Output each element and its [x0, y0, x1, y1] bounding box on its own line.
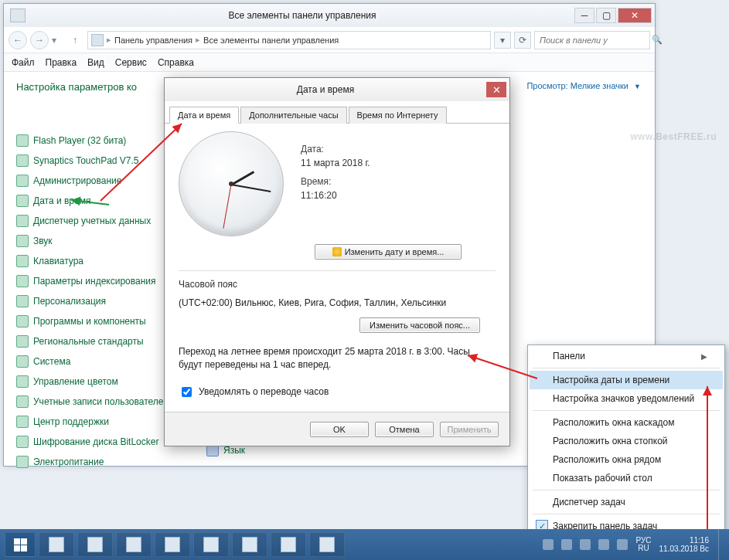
tray-icon[interactable] — [561, 539, 572, 550]
system-tray[interactable]: РУС RU 11:16 11.03.2018 Вс — [543, 536, 715, 554]
chevron-down-icon: ▼ — [634, 83, 641, 90]
view-selector[interactable]: Просмотр: Мелкие значки ▼ — [526, 81, 641, 90]
ctx-panels[interactable]: Панели ▶ — [530, 347, 723, 365]
up-button[interactable]: ↑ — [66, 31, 84, 49]
go-dropdown[interactable]: ▾ — [494, 32, 511, 49]
ctx-stack[interactable]: Расположить окна стопкой — [530, 432, 723, 450]
separator — [533, 490, 720, 490]
taskbar-item[interactable] — [193, 532, 229, 557]
forward-button[interactable]: → — [30, 31, 49, 49]
ctx-label: Показать рабочий стол — [553, 473, 652, 484]
notify-checkbox[interactable] — [182, 387, 192, 397]
taskbar-item[interactable] — [155, 532, 190, 557]
tray-overflow-icon[interactable] — [543, 539, 554, 550]
refresh-button[interactable]: ⟳ — [514, 32, 531, 49]
apply-button[interactable]: Применить — [440, 422, 499, 437]
dialog-body: Дата: 11 марта 2018 г. Время: 11:16:20 И… — [165, 124, 509, 412]
ctx-show-desktop[interactable]: Показать рабочий стол — [530, 469, 723, 487]
cancel-button[interactable]: Отмена — [375, 422, 434, 437]
change-date-time-button[interactable]: Изменить дату и время... — [315, 244, 462, 260]
search-input[interactable] — [538, 35, 649, 46]
menu-help[interactable]: Справка — [158, 57, 194, 68]
menu-tools[interactable]: Сервис — [115, 57, 147, 68]
breadcrumb[interactable]: ▸ Панель управления ▸ Все элементы панел… — [87, 31, 491, 49]
taskbar[interactable]: РУС RU 11:16 11.03.2018 Вс — [0, 529, 729, 560]
notify-label: Уведомлять о переводе часов — [199, 386, 329, 397]
submenu-arrow-icon: ▶ — [701, 352, 707, 361]
button-label: Изменить часовой пояс... — [370, 321, 470, 330]
start-button[interactable] — [5, 532, 36, 557]
menu-edit[interactable]: Правка — [46, 57, 77, 68]
close-button[interactable]: ✕ — [618, 8, 652, 23]
item-label: Параметры индексирования — [33, 276, 155, 287]
applet-icon — [16, 295, 29, 307]
applet-icon — [16, 456, 29, 468]
search-box[interactable]: 🔍 — [534, 31, 650, 49]
menu-view[interactable]: Вид — [87, 57, 104, 68]
breadcrumb-current[interactable]: Все элементы панели управления — [203, 36, 339, 45]
back-button[interactable]: ← — [9, 31, 27, 49]
dialog-titlebar[interactable]: Дата и время ✕ — [165, 78, 509, 101]
item-label: Региональные стандарты — [33, 336, 144, 347]
dst-text: Переход на летнее время происходит 25 ма… — [179, 345, 496, 372]
applet-icon — [16, 195, 29, 207]
ctx-label: Панели — [553, 351, 585, 361]
clock-minute-hand — [231, 184, 271, 192]
tab-additional-clocks[interactable]: Дополнительные часы — [240, 107, 346, 124]
tray-icon[interactable] — [580, 539, 591, 550]
applet-icon — [16, 215, 29, 227]
history-dropdown[interactable]: ▾ — [52, 35, 63, 46]
change-timezone-button[interactable]: Изменить часовой пояс... — [359, 317, 480, 333]
applet-icon — [16, 436, 29, 448]
app-icon — [126, 537, 141, 552]
time-value: 11:16:20 — [301, 190, 370, 201]
app-icon — [203, 537, 219, 552]
item-label: Synaptics TouchPad V7.5 — [33, 155, 139, 166]
taskbar-item[interactable] — [232, 532, 267, 557]
applet-icon — [16, 154, 29, 167]
tray-language[interactable]: РУС RU — [635, 537, 651, 552]
tab-date-time[interactable]: Дата и время — [169, 107, 239, 124]
maximize-button[interactable]: ▢ — [596, 8, 616, 23]
view-value: Мелкие значки — [571, 81, 629, 90]
item-label: Система — [33, 356, 70, 367]
button-label: Изменить дату и время... — [345, 247, 445, 256]
ctx-task-manager[interactable]: Диспетчер задач — [530, 493, 723, 511]
ctx-notification-icons[interactable]: Настройка значков уведомлений — [530, 389, 723, 408]
item-label: Дата и время — [33, 195, 90, 206]
ctx-cascade[interactable]: Расположить окна каскадом — [530, 413, 723, 432]
menu-file[interactable]: Файл — [12, 57, 35, 68]
notify-checkbox-row[interactable]: Уведомлять о переводе часов — [179, 385, 496, 399]
uac-shield-icon — [332, 247, 342, 256]
tray-clock[interactable]: 11:16 11.03.2018 Вс — [659, 536, 710, 554]
taskbar-item[interactable] — [116, 532, 152, 557]
ctx-label: Настройка даты и времени — [553, 375, 669, 385]
ctx-side[interactable]: Расположить окна рядом — [530, 450, 723, 469]
taskbar-item[interactable] — [271, 532, 306, 557]
clock-center — [229, 182, 233, 186]
taskbar-item[interactable] — [39, 532, 74, 557]
item-label: Шифрование диска BitLocker — [33, 436, 158, 447]
date-value: 11 марта 2018 г. — [301, 158, 370, 168]
dialog-close-button[interactable]: ✕ — [486, 82, 506, 97]
ctx-label: Настройка значков уведомлений — [553, 393, 694, 404]
tray-volume-icon[interactable] — [598, 539, 609, 550]
breadcrumb-root[interactable]: Панель управления — [114, 36, 192, 45]
watermark: www.BestFREE.ru — [630, 131, 717, 142]
applet-icon — [16, 175, 29, 187]
ctx-label: Расположить окна каскадом — [553, 417, 675, 428]
titlebar[interactable]: Все элементы панели управления ─ ▢ ✕ — [4, 4, 655, 27]
tab-internet-time[interactable]: Время по Интернету — [349, 107, 447, 124]
taskbar-item[interactable] — [77, 532, 113, 557]
ok-button[interactable]: OK — [310, 422, 369, 437]
taskbar-item[interactable] — [309, 532, 345, 557]
minimize-button[interactable]: ─ — [574, 8, 594, 23]
timezone-value: (UTC+02:00) Вильнюс, Киев, Рига, София, … — [179, 297, 496, 308]
tray-network-icon[interactable] — [617, 539, 628, 550]
show-desktop-button[interactable] — [718, 529, 724, 560]
app-icon — [10, 8, 26, 22]
ctx-date-time-settings[interactable]: Настройка даты и времени — [530, 371, 723, 389]
ctx-label: Расположить окна рядом — [553, 454, 661, 465]
app-icon — [87, 537, 103, 552]
nav-bar: ← → ▾ ↑ ▸ Панель управления ▸ Все элемен… — [4, 27, 655, 53]
